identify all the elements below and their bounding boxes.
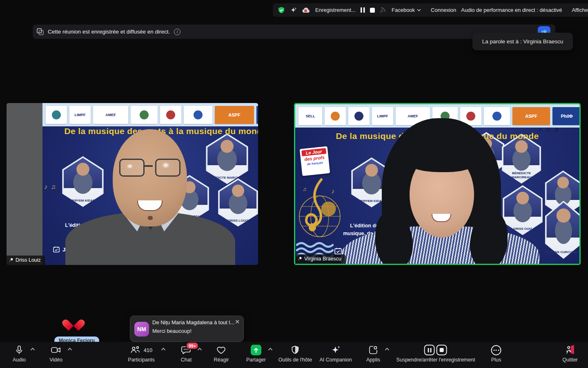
logo-tile: [484, 107, 510, 125]
toolbar-participants[interactable]: 410 Participants: [128, 345, 154, 363]
pause-recording-button[interactable]: [424, 345, 435, 355]
toolbar-apps[interactable]: Applis: [366, 345, 380, 363]
logo-amef: AMEF: [396, 107, 430, 125]
sponsor-logo-strip: LIMPF AMEF ASPF Φ: [42, 103, 258, 126]
video-options-chevron[interactable]: [67, 348, 72, 351]
poster-date: Jeu: [53, 246, 72, 253]
speaker-hexagon: BÉNÉDICTE MARCIREAU: [500, 134, 543, 184]
toolbar-host-tools[interactable]: Outils de l'hôte: [278, 345, 312, 363]
leave-door-icon: [565, 345, 575, 355]
heart-icon: [216, 345, 227, 355]
logo-tile: [184, 106, 212, 124]
logo-limpf: LIMPF: [69, 106, 91, 124]
security-shield-icon[interactable]: [278, 7, 285, 14]
logo-tile: [46, 106, 67, 124]
ai-sparkle-icon[interactable]: [290, 7, 297, 14]
speaker-hexagon: DRISS OUIZ: [501, 185, 544, 235]
microphone-icon: [14, 345, 24, 355]
chat-notification-popup[interactable]: NM De Nițu Maria Magdalena à tout l... M…: [130, 316, 244, 342]
live-signal-icon: [380, 7, 387, 13]
close-icon[interactable]: ✕: [235, 319, 240, 325]
toolbar-leave[interactable]: Quitter: [562, 345, 578, 363]
speaker-hexagon: MERYEM KIDARI: [60, 156, 105, 207]
calendar-icon: [53, 246, 60, 253]
logo-phil: PhilΦ: [552, 107, 579, 125]
participant-name-driss: Driss Louiz: [7, 256, 45, 265]
audio-options-chevron[interactable]: [30, 348, 35, 351]
toolbar-share[interactable]: Partager: [246, 345, 266, 363]
logo-tile: [460, 107, 481, 125]
logo-tile: [325, 107, 346, 125]
speaker-hexagon: RĂZVAN CURCUBĂTĂ: [543, 201, 581, 259]
poster-title: De la musique des mots à la musique du m…: [295, 131, 579, 141]
pin-icon: [298, 256, 302, 261]
video-tile-driss-louiz[interactable]: LIMPF AMEF ASPF Φ De la musique des mots…: [7, 103, 258, 265]
connexion-label[interactable]: Connexion: [431, 7, 456, 13]
svg-text:♫: ♫: [303, 186, 307, 192]
shield-icon: [290, 345, 300, 355]
toolbar-react[interactable]: Réagir: [214, 345, 229, 363]
toolbar-video[interactable]: Vidéo: [49, 345, 62, 363]
svg-text:♪: ♪: [331, 188, 334, 195]
logo-limpf: LIMPF: [372, 107, 393, 125]
event-poster: SELL LIMPF AMEF ASPF PhilΦ INSPECTORAT D…: [295, 104, 579, 264]
share-screen-icon: [251, 345, 261, 355]
participant-name-virginia: Virginia Braescu: [295, 254, 345, 264]
logo-amef: AMEF: [93, 106, 128, 124]
logo-phil: Φ: [256, 106, 258, 124]
jour-des-profs-badge: Le Jour des profs de français: [300, 146, 330, 176]
toast-text: La parole est à : Virginia Braescu: [482, 38, 564, 45]
poster-title: De la musique des mots à la musique du m…: [7, 126, 258, 136]
poster-date: Jeudi, 20.11: [334, 247, 376, 255]
video-tile-virginia-braescu[interactable]: SELL LIMPF AMEF ASPF PhilΦ INSPECTORAT D…: [294, 103, 581, 265]
avatar: NM: [134, 322, 149, 337]
chat-popup-title: De Nițu Maria Magdalena à tout l...: [152, 319, 239, 325]
active-speaker-toast: La parole est à : Virginia Braescu: [472, 33, 573, 50]
banner-text: Cette réunion est enregistrée et diffusé…: [48, 29, 170, 35]
recording-banner-icon: [37, 28, 44, 35]
poster-footer-text: L'édition de musique, de la « Chanter,: [333, 222, 379, 246]
calendar-icon: [334, 247, 342, 255]
chat-options-chevron[interactable]: [197, 348, 202, 351]
live-audio-status: Audio de performance en direct : désacti…: [461, 7, 562, 13]
toolbar-ai-companion[interactable]: AI Companion: [319, 345, 352, 363]
afficher-button[interactable]: Afficher: [572, 7, 588, 13]
recording-status: Enregistrement...: [315, 7, 356, 13]
logo-tile: [432, 107, 458, 125]
recording-cloud-icon: [302, 7, 310, 13]
pause-recording-icon[interactable]: [361, 7, 365, 13]
heart-reaction: [67, 315, 80, 328]
pin-icon: [9, 258, 13, 263]
participants-options-chevron[interactable]: [161, 348, 166, 351]
participants-icon: [130, 345, 141, 355]
facebook-live-dropdown[interactable]: Facebook: [392, 7, 421, 13]
ai-companion-icon: [330, 345, 341, 355]
zoom-meeting-window: Enregistrement... Facebook Connexion Aud…: [0, 0, 588, 368]
stop-recording-icon[interactable]: [370, 8, 375, 13]
share-options-chevron[interactable]: [268, 348, 273, 351]
participants-count: 410: [144, 347, 153, 353]
meeting-toolbar: Audio Vidéo 410 Participants 99+ Chat: [0, 342, 588, 368]
sponsor-logo-strip: SELL LIMPF AMEF ASPF PhilΦ INSPECTORAT: [295, 104, 579, 128]
logo-sell: SELL: [298, 107, 322, 125]
logo-aspf: ASPF: [512, 107, 550, 125]
logo-tile: [348, 107, 370, 125]
logo-tile: [160, 106, 181, 124]
chat-popup-message: Merci beaucoup!: [152, 328, 239, 334]
camera-icon: [51, 345, 61, 355]
top-bar: Enregistrement... Facebook Connexion Aud…: [273, 3, 588, 17]
more-icon: [491, 345, 501, 355]
toolbar-chat[interactable]: 99+ Chat: [181, 345, 192, 363]
logo-aspf: ASPF: [215, 106, 254, 124]
music-notes: ♪ ♫: [44, 183, 56, 191]
stop-recording-button[interactable]: [437, 345, 447, 355]
speaker-hexagon: MERYEM KIDARI: [350, 157, 394, 207]
speaker-hexagon: BÉNÉDICTE MARCIREAU: [204, 133, 250, 184]
toolbar-audio[interactable]: Audio: [13, 345, 26, 363]
info-icon[interactable]: i: [174, 29, 180, 35]
logo-tile: [131, 106, 158, 124]
toolbar-recording-controls[interactable]: Suspendre/arrêter l'enregistrement: [396, 345, 475, 363]
poster-footer-text: L'édition d musique « C: [42, 222, 91, 245]
toolbar-more[interactable]: Plus: [491, 345, 501, 363]
apps-options-chevron[interactable]: [385, 348, 390, 351]
